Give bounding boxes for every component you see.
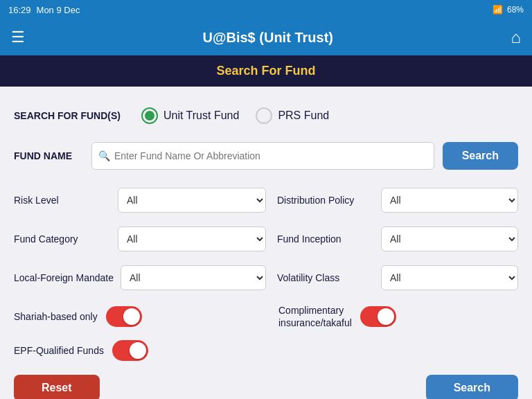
epf-toggle-track [112,340,148,361]
risk-level-select[interactable]: All [118,188,266,213]
radio-prs-circle [256,107,272,124]
shariah-toggle-track [106,306,142,327]
local-foreign-label: Local-Foreign Mandate [14,272,114,283]
nav-bar: ☰ U@Bis$ (Unit Trust) ⌂ [0,19,532,55]
filter-row-volatility: Volatility Class All [266,258,518,297]
complimentary-toggle[interactable] [360,306,396,327]
fund-inception-label: Fund Inception [277,233,374,245]
volatility-class-select[interactable]: All [381,265,518,290]
radio-prs-label: PRS Fund [278,109,329,122]
page-title: Search For Fund [216,64,315,78]
toggle-complimentary-row: Complimentaryinsurance/takaful [267,300,518,333]
reset-button[interactable]: Reset [14,375,100,399]
page-header: Search For Fund [0,55,532,87]
shariah-label: Shariah-based only [14,311,98,322]
fund-type-label: SEARCH FOR FUND(S) [14,110,125,121]
filter-row-inception: Fund Inception All [266,220,518,258]
filter-grid: Risk Level All Distribution Policy All F… [14,181,518,297]
nav-title: U@Bis$ (Unit Trust) [25,30,511,46]
filter-row-category: Fund Category All [14,220,266,258]
local-foreign-select[interactable]: All [121,265,266,290]
status-right: 📶 68% [493,5,524,15]
complimentary-toggle-track [360,306,396,327]
shariah-toggle-thumb [123,308,140,325]
distribution-policy-label: Distribution Policy [277,195,374,206]
epf-toggle-thumb [130,342,146,359]
status-left: 16:29 Mon 9 Dec [8,5,80,15]
toggle-shariah-row: Shariah-based only [14,300,265,333]
epf-label: EPF-Qualified Funds [14,345,104,356]
fund-inception-select[interactable]: All [381,227,518,251]
radio-group: Unit Trust Fund PRS Fund [141,107,329,124]
radio-unit-trust-circle [141,107,158,124]
risk-level-label: Risk Level [14,195,111,206]
radio-unit-trust[interactable]: Unit Trust Fund [141,107,239,124]
bottom-row: Reset Search [14,365,518,399]
distribution-policy-select[interactable]: All [381,188,518,213]
toggle-epf-row: EPF-Qualified Funds [14,336,265,365]
fund-name-search-button[interactable]: Search [443,142,518,170]
shariah-toggle[interactable] [106,306,142,327]
filter-row-distribution: Distribution Policy All [266,181,518,220]
filter-row-risk-level: Risk Level All [14,181,266,220]
radio-unit-trust-label: Unit Trust Fund [163,109,239,122]
home-icon[interactable]: ⌂ [511,28,522,47]
fund-type-row: SEARCH FOR FUND(S) Unit Trust Fund PRS F… [14,98,518,134]
fund-category-select[interactable]: All [118,227,266,251]
content-area: SEARCH FOR FUND(S) Unit Trust Fund PRS F… [0,87,532,399]
wifi-icon: 📶 [493,5,503,15]
status-time: 16:29 [8,5,31,15]
fund-name-label: FUND NAME [14,150,83,161]
battery-level: 68% [507,5,524,15]
status-bar: 16:29 Mon 9 Dec 📶 68% [0,0,532,19]
toggles-section: Shariah-based only Complimentaryinsuranc… [14,300,518,365]
epf-toggle[interactable] [112,340,148,361]
fund-category-label: Fund Category [14,233,111,245]
fund-name-input[interactable] [91,142,434,170]
complimentary-label: Complimentaryinsurance/takaful [278,304,352,329]
status-day: Mon 9 Dec [37,5,80,15]
filter-row-local-foreign: Local-Foreign Mandate All [14,258,266,297]
radio-prs[interactable]: PRS Fund [256,107,329,124]
complimentary-toggle-thumb [378,308,394,325]
search-button[interactable]: Search [426,375,518,399]
hamburger-icon[interactable]: ☰ [11,28,25,46]
fund-name-row: FUND NAME 🔍 Search [14,134,518,178]
fund-name-input-wrap: 🔍 [91,142,434,170]
volatility-class-label: Volatility Class [277,272,374,283]
fund-name-search-icon: 🔍 [98,150,110,161]
